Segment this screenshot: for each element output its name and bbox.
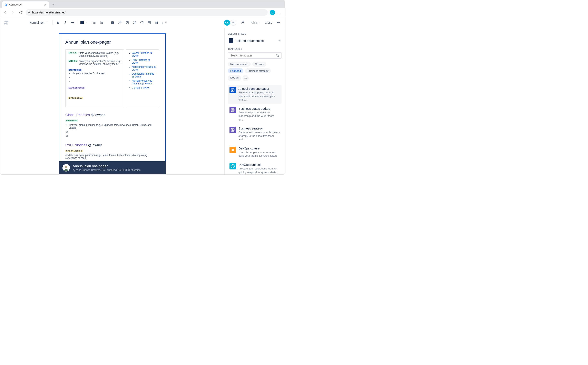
bold-button[interactable] — [55, 19, 61, 26]
table-button[interactable] — [146, 19, 152, 26]
toc-link[interactable]: Human Resources Priorities @ owner — [132, 79, 152, 85]
toc-item[interactable]: Global Priorities @ owner — [132, 52, 157, 57]
chevron-down-icon — [85, 22, 87, 24]
page-title[interactable]: Annual plan one-pager — [65, 40, 159, 45]
toc-item[interactable]: R&D Priorities @ owner — [132, 58, 157, 64]
numbered-list-button[interactable]: 123 — [98, 19, 105, 26]
strategies-item-empty[interactable] — [72, 80, 121, 83]
list-item[interactable]: List your global priorities (e.g., Expan… — [69, 124, 159, 129]
svg-rect-39 — [231, 128, 234, 132]
filter-chip[interactable]: Recommended — [228, 62, 251, 67]
svg-rect-27 — [242, 22, 244, 24]
template-item[interactable]: DevOps culture Use this template to asse… — [228, 145, 282, 160]
toc-link[interactable]: R&D Priorities @ owner — [132, 58, 151, 64]
left-column[interactable]: VALUESState your organization's values (… — [65, 49, 124, 107]
address-bar[interactable]: https://acme.atlassian.net/ — [26, 9, 268, 16]
page-content[interactable]: Annual plan one-pager VALUESState your o… — [59, 34, 166, 174]
user-avatar[interactable]: CK — [224, 20, 230, 26]
emoji-button[interactable] — [139, 19, 145, 26]
mission-text[interactable]: State your organization's mission (e.g.,… — [79, 60, 121, 65]
toc-item[interactable]: Marketing Priorities @ owner — [132, 65, 157, 71]
strategies-list[interactable]: List your strategies for the year — [72, 72, 121, 83]
close-button[interactable]: Close — [263, 20, 274, 26]
template-icon — [230, 107, 236, 113]
search-input[interactable] — [230, 54, 276, 57]
chevron-down-icon — [165, 22, 167, 24]
template-icon — [230, 127, 236, 133]
mission-badge: MISSION — [68, 60, 78, 62]
toc-item[interactable]: Operations Priorities @ owner — [132, 72, 157, 78]
search-templates-input[interactable] — [228, 52, 282, 59]
template-desc: Prepare your operations team to quickly … — [239, 167, 280, 174]
template-item[interactable]: Business strategy Capture and present yo… — [228, 125, 282, 143]
browser-profile-avatar[interactable]: C — [270, 10, 275, 15]
rd-mission-text[interactable]: Add the R&D group mission (e.g., Make fa… — [65, 154, 159, 160]
toc-link[interactable]: Operations Priorities @ owner — [132, 72, 154, 78]
browser-tab[interactable]: Confluence ✕ — [2, 1, 49, 8]
template-desc: Use this template to assess and build yo… — [239, 150, 280, 158]
strategies-item[interactable]: List your strategies for the year — [72, 72, 121, 75]
two-column-layout: VALUESState your organization's values (… — [65, 49, 159, 107]
publish-button[interactable]: Publish — [247, 20, 262, 26]
template-item[interactable]: Annual plan one pager Share your company… — [228, 85, 282, 104]
text-color-button[interactable] — [80, 19, 87, 26]
toc-item[interactable]: Company OKRs — [132, 86, 157, 89]
reload-button[interactable] — [18, 10, 23, 15]
filter-chip[interactable]: Custom — [252, 62, 266, 67]
text-style-label: Normal text — [29, 21, 44, 24]
add-collaborator-button[interactable]: ＋ — [230, 20, 236, 26]
image-button[interactable] — [124, 19, 131, 26]
layouts-button[interactable] — [153, 19, 160, 26]
svg-rect-32 — [231, 89, 234, 92]
svg-point-19 — [140, 21, 143, 24]
link-button[interactable] — [116, 19, 123, 26]
values-text[interactable]: State your organization's values (e.g., … — [79, 52, 121, 57]
chevron-down-icon — [278, 39, 281, 42]
insert-button[interactable]: ＋ — [161, 19, 167, 26]
bullet-list-button[interactable] — [91, 19, 98, 26]
strategies-item-empty[interactable] — [72, 76, 121, 79]
toc-link[interactable]: Global Priorities @ owner — [132, 52, 152, 57]
strategies-badge: STRATEGIES — [68, 69, 82, 71]
template-title: DevOps culture — [239, 147, 280, 150]
forward-button[interactable] — [10, 10, 16, 15]
global-priorities-list[interactable]: List your global priorities (e.g., Expan… — [69, 124, 159, 137]
confluence-logo-icon[interactable] — [3, 20, 9, 25]
mention-button[interactable] — [131, 19, 138, 26]
browser-menu-icon[interactable]: ⋮ — [277, 10, 283, 15]
restrictions-button[interactable] — [240, 19, 246, 26]
action-item-button[interactable] — [109, 19, 116, 26]
groupmission-badge: GROUP MISSION — [65, 150, 83, 152]
filter-chip[interactable]: Business strategy — [245, 68, 271, 73]
filter-chip[interactable]: Featured — [228, 68, 243, 73]
global-priorities-heading[interactable]: Global Priorities @ owner — [65, 113, 159, 117]
back-button[interactable] — [2, 10, 8, 15]
more-formatting-button[interactable]: ••• — [69, 19, 76, 26]
right-column-toc[interactable]: Global Priorities @ ownerR&D Priorities … — [126, 49, 159, 107]
new-tab-button[interactable]: ＋ — [51, 2, 56, 7]
editor-area[interactable]: Annual plan one-pager VALUESState your o… — [0, 28, 224, 174]
space-selector[interactable]: Tailored Experiences — [228, 37, 282, 44]
italic-button[interactable] — [62, 19, 69, 26]
toc-item[interactable]: Human Resources Priorities @ owner — [132, 79, 157, 85]
toc-link[interactable]: Company OKRs — [132, 86, 150, 89]
more-actions-button[interactable]: ••• — [275, 19, 282, 26]
svg-rect-25 — [155, 21, 156, 24]
list-item-empty[interactable] — [69, 134, 159, 137]
toc-link[interactable]: Marketing Priorities @ owner — [132, 65, 156, 71]
template-item[interactable]: Business status update Provide regular u… — [228, 105, 282, 124]
rd-priorities-heading[interactable]: R&D Priorities @ owner — [65, 143, 159, 147]
template-item[interactable]: DevOps runbook Prepare your operations t… — [228, 161, 282, 174]
template-title: DevOps runbook — [239, 163, 280, 166]
svg-line-2 — [65, 21, 66, 24]
template-icon — [230, 147, 236, 153]
filter-chip[interactable]: Design — [228, 75, 241, 81]
svg-point-47 — [232, 167, 233, 167]
close-tab-icon[interactable]: ✕ — [44, 3, 46, 6]
more-filters-button[interactable]: ••• — [243, 75, 249, 81]
list-item-empty[interactable] — [69, 131, 159, 133]
svg-point-29 — [65, 166, 67, 168]
url-text: https://acme.atlassian.net/ — [32, 11, 65, 14]
text-style-select[interactable]: Normal text — [28, 20, 51, 25]
separator — [89, 20, 89, 25]
